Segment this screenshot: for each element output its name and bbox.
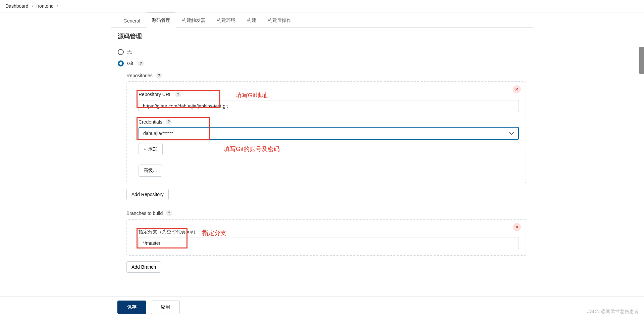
scm-option-git[interactable]: Git ?	[118, 58, 526, 69]
tab-build[interactable]: 构建	[241, 12, 262, 28]
tab-post[interactable]: 构建后操作	[262, 12, 297, 28]
advanced-button[interactable]: 高级...	[139, 165, 162, 177]
breadcrumb-item[interactable]: frontend	[37, 3, 54, 9]
branch-spec-input[interactable]	[139, 237, 519, 249]
tab-general[interactable]: General	[118, 13, 146, 28]
config-tabs: General 源码管理 构建触发器 构建环境 构建 构建后操作	[111, 12, 533, 28]
help-icon[interactable]: ?	[175, 91, 181, 97]
save-button[interactable]: 保存	[117, 301, 146, 314]
chevron-right-icon: ›	[32, 4, 33, 8]
tab-scm[interactable]: 源码管理	[146, 12, 176, 28]
repo-url-input[interactable]	[139, 100, 519, 112]
scm-none-label: 无	[127, 49, 132, 55]
tab-triggers[interactable]: 构建触发器	[176, 12, 211, 28]
tab-env[interactable]: 构建环境	[211, 12, 241, 28]
add-label: 添加	[148, 146, 158, 152]
repository-block: ✕ Repository URL ? 填写Git地址 Credentials ?	[126, 81, 526, 183]
branch-spec-label: 指定分支（为空时代表any）	[139, 229, 198, 235]
footer-bar: 保存 应用	[0, 296, 644, 315]
branch-block: ✕ 指定分支（为空时代表any） ? 指定分支	[126, 219, 526, 256]
help-icon[interactable]: ?	[201, 229, 207, 235]
watermark: CSDN @间歇性悲伤患者	[586, 309, 639, 315]
annotation-cred: 填写Git的账号及密码	[224, 145, 280, 153]
add-credentials-button[interactable]: + 添加	[139, 143, 163, 155]
add-branch-button[interactable]: Add Branch	[126, 261, 161, 273]
section-title-scm: 源码管理	[118, 28, 526, 44]
radio-none[interactable]	[118, 49, 124, 55]
add-repository-button[interactable]: Add Repository	[126, 189, 169, 200]
breadcrumb-item[interactable]: Dashboard	[5, 3, 29, 9]
radio-git[interactable]	[118, 60, 124, 66]
scm-git-label: Git	[127, 61, 133, 66]
credentials-label: Credentials	[139, 119, 162, 125]
repositories-heading: Repositories ?	[126, 73, 526, 79]
help-icon[interactable]: ?	[156, 73, 162, 79]
help-icon[interactable]: ?	[166, 119, 172, 125]
plus-icon: +	[144, 146, 146, 152]
scm-option-none[interactable]: 无	[118, 46, 526, 58]
branches-label: Branches to build	[126, 211, 163, 216]
credentials-select[interactable]: dahuajia/******	[139, 127, 519, 140]
help-icon[interactable]: ?	[166, 210, 172, 216]
repositories-label: Repositories	[126, 73, 153, 78]
repo-url-label: Repository URL	[139, 92, 172, 97]
chevron-right-icon: ›	[57, 4, 58, 8]
help-icon[interactable]: ?	[138, 60, 144, 66]
apply-button[interactable]: 应用	[151, 301, 180, 314]
scrollbar-thumb[interactable]	[639, 47, 644, 74]
breadcrumb: Dashboard › frontend ›	[0, 0, 644, 12]
